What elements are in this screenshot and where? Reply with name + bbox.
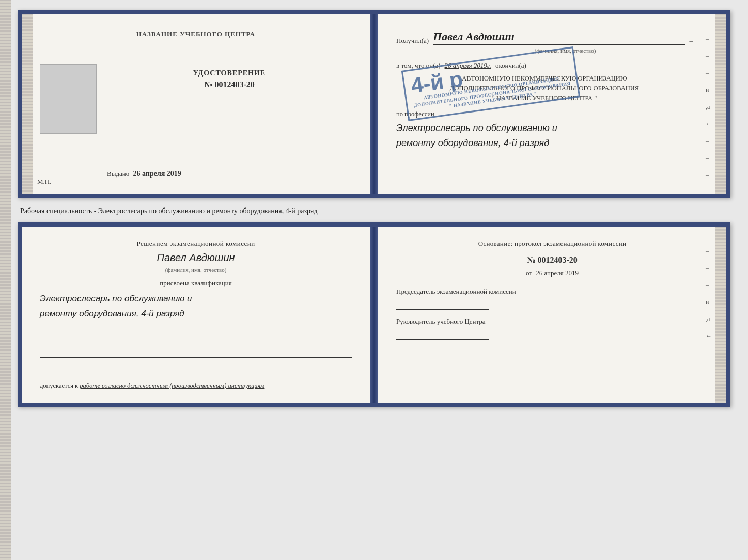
signature-section: Председатель экзаменационной комиссии Ру… xyxy=(396,287,708,340)
left-middle: УДОСТОВЕРЕНИЕ № 0012403-20 xyxy=(40,64,352,144)
cert-issued: Выдано 26 апреля 2019 xyxy=(107,170,181,178)
left-texture-bottom xyxy=(0,0,11,560)
top-spine xyxy=(370,14,378,194)
допускается-label: допускается к xyxy=(40,382,78,389)
bottom-right-page: Основание: протокол экзаменационной коми… xyxy=(378,227,726,403)
photo-placeholder xyxy=(40,64,97,134)
vtom-label: в том, что он(а) xyxy=(396,61,441,70)
assigned-label: присвоена квалификация xyxy=(40,279,352,287)
top-right-page: Получил(а) Павел Авдюшин – (фамилия, имя… xyxy=(378,14,726,194)
fio-subtitle-top: (фамилия, имя, отчество) xyxy=(438,47,693,54)
underlines-section xyxy=(40,330,352,374)
mp-label: М.П. xyxy=(37,178,51,186)
fio-small-bottom: (фамилия, имя, отчество) xyxy=(40,267,352,273)
допускается-section: допускается к работе согласно должностны… xyxy=(40,382,352,390)
допускается-value: работе согласно должностным (производств… xyxy=(80,382,264,389)
dash-1: – xyxy=(706,35,712,43)
bottom-spine xyxy=(370,227,378,403)
chairman-sig-line xyxy=(396,298,489,310)
between-section: Рабочая специальность - Электрослесарь п… xyxy=(18,203,730,217)
qual-line2: ремонту оборудования, 4-й разряд xyxy=(40,307,352,322)
recipient-dash: – xyxy=(690,37,693,45)
dash-right-top: – – – и ,а ← – – – – xyxy=(706,35,712,196)
between-text: Рабочая специальность - Электрослесарь п… xyxy=(20,207,318,215)
right-texture-top xyxy=(715,14,726,194)
head-label: Руководитель учебного Центра xyxy=(396,317,708,326)
protocol-date: от 26 апреля 2019 xyxy=(396,269,708,277)
b-dash-10: – xyxy=(706,401,712,408)
page-wrapper: НАЗВАНИЕ УЧЕБНОГО ЦЕНТРА УДОСТОВЕРЕНИЕ №… xyxy=(18,10,730,407)
b-dash-3: – xyxy=(706,281,712,289)
org-name: " НАЗВАНИЕ УЧЕБНОГО ЦЕНТРА " xyxy=(396,93,693,103)
cert-title-top: НАЗВАНИЕ УЧЕБНОГО ЦЕНТРА xyxy=(136,30,256,38)
cert-number: № 0012403-20 xyxy=(107,80,352,89)
okончил-label: окончил(а) xyxy=(495,61,526,70)
dash-7: – xyxy=(706,137,712,145)
org-line1: АВТОНОМНУЮ НЕКОММЕРЧЕСКУЮ ОРГАНИЗАЦИЮ xyxy=(396,74,693,84)
dash-4: и xyxy=(706,86,712,94)
issued-label: Выдано xyxy=(107,170,129,178)
b-dash-1: – xyxy=(706,247,712,255)
b-dash-4: и xyxy=(706,298,712,306)
underline-2 xyxy=(40,346,352,358)
protocol-date-val: 26 апреля 2019 xyxy=(536,269,579,277)
head-sig-line xyxy=(396,328,489,340)
dash-3: – xyxy=(706,69,712,77)
dash-8: – xyxy=(706,154,712,162)
profession-value: Электрослесарь по обслуживанию и ремонту… xyxy=(396,121,693,151)
dash-6: ← xyxy=(706,120,712,128)
qual-line1: Электрослесарь по обслуживанию и xyxy=(40,292,352,307)
dash-10: – xyxy=(706,188,712,196)
dash-5: ,а xyxy=(706,103,712,111)
recipient-line: Получил(а) Павел Авдюшин – xyxy=(396,30,693,45)
prof-line2: ремонту оборудования, 4-й разряд xyxy=(396,136,693,151)
vtom-line: в том, что он(а) 26 апреля 2019г. окончи… xyxy=(396,61,693,70)
b-dash-8: – xyxy=(706,366,712,374)
top-left-page: НАЗВАНИЕ УЧЕБНОГО ЦЕНТРА УДОСТОВЕРЕНИЕ №… xyxy=(22,14,370,194)
issued-date: 26 апреля 2019 xyxy=(133,170,181,178)
person-name-large: Павел Авдюшин xyxy=(40,252,352,265)
dash-right-bottom: – – – и ,а ← – – – – xyxy=(706,247,712,408)
cert-label: УДОСТОВЕРЕНИЕ xyxy=(107,69,352,77)
top-booklet: НАЗВАНИЕ УЧЕБНОГО ЦЕНТРА УДОСТОВЕРЕНИЕ №… xyxy=(18,10,730,198)
cert-id-section: УДОСТОВЕРЕНИЕ № 0012403-20 xyxy=(107,64,352,89)
chairman-label: Председатель экзаменационной комиссии xyxy=(396,287,708,296)
right-texture-bottom xyxy=(715,227,726,403)
b-dash-6: ← xyxy=(706,332,712,340)
qualification-text: Электрослесарь по обслуживанию и ремонту… xyxy=(40,292,352,322)
bottom-booklet: Решением экзаменационной комиссии Павел … xyxy=(18,222,730,407)
b-dash-9: – xyxy=(706,383,712,391)
underline-3 xyxy=(40,363,352,374)
protocol-date-label: от xyxy=(526,269,532,277)
right-content: Получил(а) Павел Авдюшин – (фамилия, имя… xyxy=(396,30,708,151)
b-dash-2: – xyxy=(706,264,712,272)
recipient-name: Павел Авдюшин xyxy=(433,30,685,45)
dash-2: – xyxy=(706,52,712,60)
b-dash-5: ,а xyxy=(706,315,712,323)
osnov-label: Основание: протокол экзаменационной коми… xyxy=(396,239,708,248)
org-line2: ДОПОЛНИТЕЛЬНОГО ПРОФЕССИОНАЛЬНОГО ОБРАЗО… xyxy=(396,84,693,93)
underline-1 xyxy=(40,330,352,341)
recipient-label: Получил(а) xyxy=(396,37,429,45)
left-center: НАЗВАНИЕ УЧЕБНОГО ЦЕНТРА УДОСТОВЕРЕНИЕ №… xyxy=(40,30,352,178)
org-lines: АВТОНОМНУЮ НЕКОММЕРЧЕСКУЮ ОРГАНИЗАЦИЮ ДО… xyxy=(396,74,693,103)
b-dash-7: – xyxy=(706,349,712,357)
decision-title: Решением экзаменационной комиссии xyxy=(40,239,352,248)
prof-line1: Электрослесарь по обслуживанию и xyxy=(396,121,693,136)
dash-9: – xyxy=(706,171,712,179)
profession-label: по профессии xyxy=(396,110,693,118)
bottom-left-page: Решением экзаменационной комиссии Павел … xyxy=(22,227,370,403)
protocol-number: № 0012403-20 xyxy=(396,255,708,265)
completed-date: 26 апреля 2019г. xyxy=(445,61,491,70)
